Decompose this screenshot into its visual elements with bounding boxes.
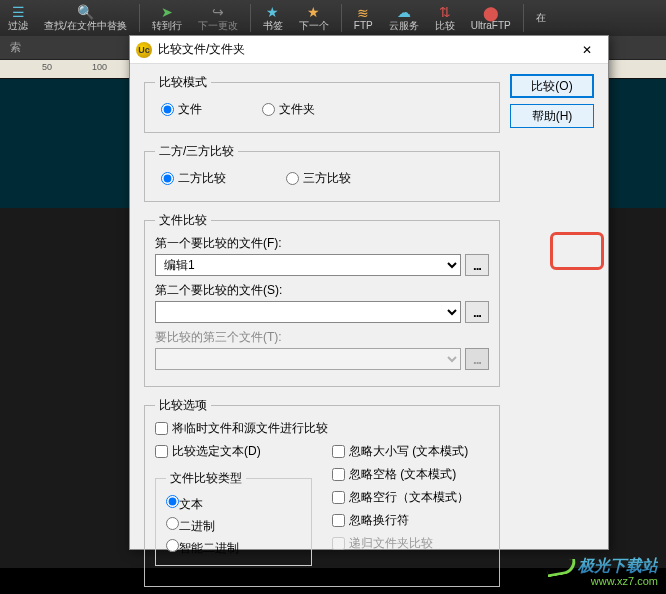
party-mode-group: 二方/三方比较 二方比较 三方比较 bbox=[144, 143, 500, 202]
file-type-legend: 文件比较类型 bbox=[166, 470, 246, 487]
close-button[interactable]: ✕ bbox=[572, 39, 602, 61]
radio-folder[interactable]: 文件夹 bbox=[262, 101, 315, 118]
opt-ignore-case[interactable]: 忽略大小写 (文本模式) bbox=[332, 443, 489, 460]
main-toolbar: ☰过滤 🔍查找/在文件中替换 ➤转到行 ↪下一更改 ★书签 ★下一个 ≋FTP … bbox=[0, 0, 666, 36]
tb-next-change[interactable]: ↪下一更改 bbox=[194, 2, 242, 35]
file3-combo bbox=[155, 348, 461, 370]
tb-bookmark[interactable]: ★书签 bbox=[259, 2, 287, 35]
app-icon: Uc bbox=[136, 42, 152, 58]
options-legend: 比较选项 bbox=[155, 397, 211, 414]
radio-type-text[interactable]: 文本 bbox=[166, 493, 301, 515]
opt-ignore-space[interactable]: 忽略空格 (文本模式) bbox=[332, 466, 489, 483]
file1-label: 第一个要比较的文件(F): bbox=[155, 235, 489, 252]
radio-two-way[interactable]: 二方比较 bbox=[161, 170, 226, 187]
tb-compare[interactable]: ⇅比较 bbox=[431, 2, 459, 35]
radio-three-way[interactable]: 三方比较 bbox=[286, 170, 351, 187]
tb-cloud[interactable]: ☁云服务 bbox=[385, 2, 423, 35]
file1-combo[interactable]: 编辑1 bbox=[155, 254, 461, 276]
file3-browse-button: ... bbox=[465, 348, 489, 370]
tb-filter[interactable]: ☰过滤 bbox=[4, 2, 32, 35]
compare-options-group: 比较选项 将临时文件和源文件进行比较 比较选定文本(D) 文件比较类型 文本 二… bbox=[144, 397, 500, 587]
tb-bookmark-next[interactable]: ★下一个 bbox=[295, 2, 333, 35]
opt-ignore-newline[interactable]: 忽略换行符 bbox=[332, 512, 489, 529]
opt-temp-files[interactable]: 将临时文件和源文件进行比较 bbox=[155, 420, 489, 437]
compare-dialog: Uc 比较文件/文件夹 ✕ 比较模式 文件 文件夹 二方/三方比较 二方比较 三… bbox=[129, 35, 609, 550]
tb-find-replace[interactable]: 🔍查找/在文件中替换 bbox=[40, 2, 131, 35]
radio-file[interactable]: 文件 bbox=[161, 101, 202, 118]
dialog-title: 比较文件/文件夹 bbox=[158, 41, 572, 58]
dialog-titlebar: Uc 比较文件/文件夹 ✕ bbox=[130, 36, 608, 64]
tb-goto-line[interactable]: ➤转到行 bbox=[148, 2, 186, 35]
file3-label: 要比较的第三个文件(T): bbox=[155, 329, 489, 346]
tb-ftp[interactable]: ≋FTP bbox=[350, 3, 377, 33]
file2-label: 第二个要比较的文件(S): bbox=[155, 282, 489, 299]
tb-ultraftp[interactable]: ⬤UltraFTP bbox=[467, 3, 515, 33]
opt-recursive: 递归文件夹比较 bbox=[332, 535, 489, 552]
footer-watermark: 极光下载站 www.xz7.com bbox=[546, 556, 658, 588]
radio-type-binary[interactable]: 二进制 bbox=[166, 515, 301, 537]
compare-button[interactable]: 比较(O) bbox=[510, 74, 594, 98]
compare-mode-group: 比较模式 文件 文件夹 bbox=[144, 74, 500, 133]
file2-browse-button[interactable]: ... bbox=[465, 301, 489, 323]
file-compare-group: 文件比较 第一个要比较的文件(F): 编辑1 ... 第二个要比较的文件(S):… bbox=[144, 212, 500, 387]
compare-mode-legend: 比较模式 bbox=[155, 74, 211, 91]
radio-type-smart[interactable]: 智能二进制 bbox=[166, 537, 301, 559]
opt-selected-text[interactable]: 比较选定文本(D) bbox=[155, 443, 312, 460]
file-type-group: 文件比较类型 文本 二进制 智能二进制 bbox=[155, 470, 312, 566]
party-mode-legend: 二方/三方比较 bbox=[155, 143, 238, 160]
help-button[interactable]: 帮助(H) bbox=[510, 104, 594, 128]
file1-browse-button[interactable]: ... bbox=[465, 254, 489, 276]
tb-last[interactable]: 在 bbox=[532, 9, 550, 27]
opt-ignore-blank[interactable]: 忽略空行（文本模式） bbox=[332, 489, 489, 506]
file2-combo[interactable] bbox=[155, 301, 461, 323]
file-compare-legend: 文件比较 bbox=[155, 212, 211, 229]
